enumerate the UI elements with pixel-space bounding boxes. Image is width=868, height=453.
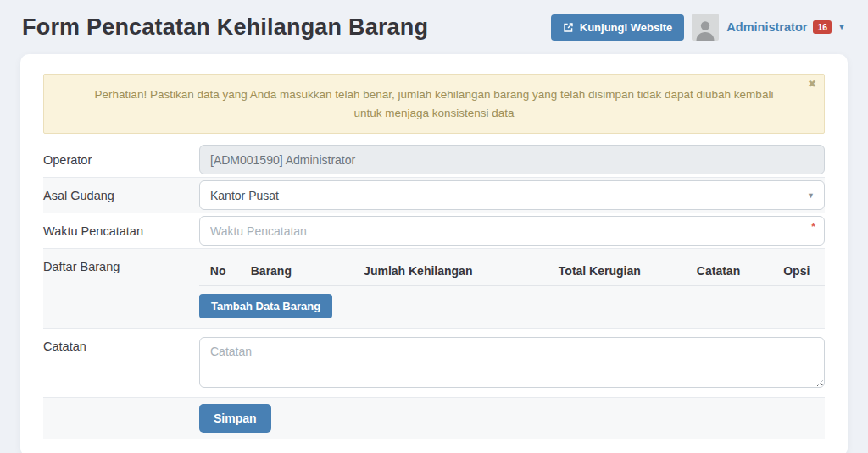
form-card: ✖ Perhatian! Pastikan data yang Anda mas… [20, 54, 848, 453]
row-submit: Simpan [43, 397, 825, 439]
simpan-button[interactable]: Simpan [199, 404, 271, 433]
column-header-catatan: Catatan [668, 256, 768, 286]
waktu-pencatatan-label: Waktu Pencatatan [43, 213, 199, 238]
warning-alert: ✖ Perhatian! Pastikan data yang Anda mas… [43, 74, 825, 134]
column-header-total-kerugian: Total Kerugian [531, 256, 668, 286]
person-icon [693, 17, 717, 41]
column-header-barang: Barang [236, 256, 305, 286]
column-header-opsi: Opsi [769, 256, 825, 286]
chevron-down-icon: ▼ [837, 23, 846, 31]
daftar-barang-label: Daftar Barang [43, 249, 199, 273]
form-body: Operator Asal Gudang Kantor Pusat ▼ Wakt… [43, 142, 825, 439]
user-avatar[interactable] [692, 14, 719, 41]
asal-gudang-select[interactable]: Kantor Pusat [199, 180, 825, 210]
waktu-pencatatan-input[interactable] [199, 216, 825, 246]
daftar-barang-table: No Barang Jumlah Kehilangan Total Kerugi… [199, 256, 825, 286]
user-name: Administrator [726, 20, 807, 34]
catatan-label: Catatan [43, 329, 199, 353]
operator-input[interactable] [199, 145, 825, 174]
operator-label: Operator [43, 142, 199, 167]
column-header-jumlah-kehilangan: Jumlah Kehilangan [305, 256, 531, 286]
tambah-data-barang-button[interactable]: Tambah Data Barang [199, 294, 332, 318]
column-header-no: No [199, 256, 236, 286]
notification-badge: 16 [813, 20, 832, 35]
row-operator: Operator [43, 142, 825, 177]
row-daftar-barang: Daftar Barang No Barang Jumlah Kehilanga… [43, 248, 825, 328]
row-waktu-pencatatan: Waktu Pencatatan * [43, 213, 825, 248]
catatan-textarea[interactable] [199, 337, 825, 388]
user-menu-toggle[interactable]: Administrator 16 ▼ [726, 20, 846, 35]
asal-gudang-label: Asal Gudang [43, 178, 199, 202]
alert-close-icon[interactable]: ✖ [808, 79, 816, 89]
visit-website-button[interactable]: Kunjungi Website [551, 14, 685, 41]
visit-website-label: Kunjungi Website [580, 21, 673, 34]
daftar-barang-header-row: No Barang Jumlah Kehilangan Total Kerugi… [199, 256, 825, 286]
external-link-icon [563, 22, 574, 33]
topbar: Form Pencatatan Kehilangan Barang Kunjun… [0, 0, 868, 54]
alert-message: Perhatian! Pastikan data yang Anda masuk… [95, 88, 774, 119]
row-asal-gudang: Asal Gudang Kantor Pusat ▼ [43, 177, 825, 213]
row-catatan: Catatan [43, 328, 825, 397]
topbar-right: Kunjungi Website Administrator 16 ▼ [551, 14, 846, 41]
page-title: Form Pencatatan Kehilangan Barang [22, 14, 428, 41]
